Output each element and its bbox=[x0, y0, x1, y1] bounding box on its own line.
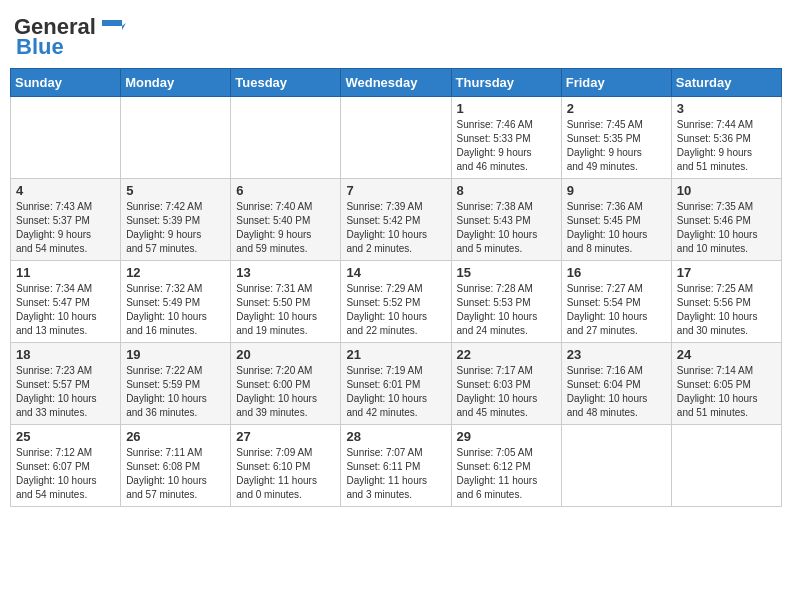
day-info: Sunrise: 7:12 AM Sunset: 6:07 PM Dayligh… bbox=[16, 446, 115, 502]
calendar-week-row: 1Sunrise: 7:46 AM Sunset: 5:33 PM Daylig… bbox=[11, 97, 782, 179]
day-number: 27 bbox=[236, 429, 335, 444]
day-info: Sunrise: 7:23 AM Sunset: 5:57 PM Dayligh… bbox=[16, 364, 115, 420]
calendar-cell: 20Sunrise: 7:20 AM Sunset: 6:00 PM Dayli… bbox=[231, 343, 341, 425]
day-info: Sunrise: 7:45 AM Sunset: 5:35 PM Dayligh… bbox=[567, 118, 666, 174]
calendar-cell: 8Sunrise: 7:38 AM Sunset: 5:43 PM Daylig… bbox=[451, 179, 561, 261]
calendar-day-header: Tuesday bbox=[231, 69, 341, 97]
day-number: 15 bbox=[457, 265, 556, 280]
day-number: 25 bbox=[16, 429, 115, 444]
day-info: Sunrise: 7:31 AM Sunset: 5:50 PM Dayligh… bbox=[236, 282, 335, 338]
calendar-cell: 6Sunrise: 7:40 AM Sunset: 5:40 PM Daylig… bbox=[231, 179, 341, 261]
calendar-cell: 21Sunrise: 7:19 AM Sunset: 6:01 PM Dayli… bbox=[341, 343, 451, 425]
day-number: 9 bbox=[567, 183, 666, 198]
calendar-day-header: Monday bbox=[121, 69, 231, 97]
calendar-header-row: SundayMondayTuesdayWednesdayThursdayFrid… bbox=[11, 69, 782, 97]
calendar-cell: 10Sunrise: 7:35 AM Sunset: 5:46 PM Dayli… bbox=[671, 179, 781, 261]
day-number: 12 bbox=[126, 265, 225, 280]
calendar-cell bbox=[11, 97, 121, 179]
day-info: Sunrise: 7:35 AM Sunset: 5:46 PM Dayligh… bbox=[677, 200, 776, 256]
calendar-cell: 12Sunrise: 7:32 AM Sunset: 5:49 PM Dayli… bbox=[121, 261, 231, 343]
calendar-cell: 17Sunrise: 7:25 AM Sunset: 5:56 PM Dayli… bbox=[671, 261, 781, 343]
calendar-cell bbox=[341, 97, 451, 179]
day-number: 17 bbox=[677, 265, 776, 280]
day-number: 7 bbox=[346, 183, 445, 198]
day-info: Sunrise: 7:22 AM Sunset: 5:59 PM Dayligh… bbox=[126, 364, 225, 420]
calendar-day-header: Wednesday bbox=[341, 69, 451, 97]
calendar-cell: 23Sunrise: 7:16 AM Sunset: 6:04 PM Dayli… bbox=[561, 343, 671, 425]
calendar-cell: 2Sunrise: 7:45 AM Sunset: 5:35 PM Daylig… bbox=[561, 97, 671, 179]
day-info: Sunrise: 7:46 AM Sunset: 5:33 PM Dayligh… bbox=[457, 118, 556, 174]
day-number: 14 bbox=[346, 265, 445, 280]
day-info: Sunrise: 7:14 AM Sunset: 6:05 PM Dayligh… bbox=[677, 364, 776, 420]
calendar-cell: 18Sunrise: 7:23 AM Sunset: 5:57 PM Dayli… bbox=[11, 343, 121, 425]
day-info: Sunrise: 7:27 AM Sunset: 5:54 PM Dayligh… bbox=[567, 282, 666, 338]
calendar-table: SundayMondayTuesdayWednesdayThursdayFrid… bbox=[10, 68, 782, 507]
calendar-cell: 24Sunrise: 7:14 AM Sunset: 6:05 PM Dayli… bbox=[671, 343, 781, 425]
day-number: 6 bbox=[236, 183, 335, 198]
page-header: General Blue bbox=[10, 10, 782, 60]
day-number: 16 bbox=[567, 265, 666, 280]
day-number: 4 bbox=[16, 183, 115, 198]
calendar-cell: 7Sunrise: 7:39 AM Sunset: 5:42 PM Daylig… bbox=[341, 179, 451, 261]
calendar-cell: 29Sunrise: 7:05 AM Sunset: 6:12 PM Dayli… bbox=[451, 425, 561, 507]
day-info: Sunrise: 7:16 AM Sunset: 6:04 PM Dayligh… bbox=[567, 364, 666, 420]
calendar-cell: 5Sunrise: 7:42 AM Sunset: 5:39 PM Daylig… bbox=[121, 179, 231, 261]
day-info: Sunrise: 7:44 AM Sunset: 5:36 PM Dayligh… bbox=[677, 118, 776, 174]
calendar-cell: 14Sunrise: 7:29 AM Sunset: 5:52 PM Dayli… bbox=[341, 261, 451, 343]
logo-blue: Blue bbox=[16, 34, 64, 60]
day-info: Sunrise: 7:05 AM Sunset: 6:12 PM Dayligh… bbox=[457, 446, 556, 502]
day-number: 23 bbox=[567, 347, 666, 362]
day-info: Sunrise: 7:20 AM Sunset: 6:00 PM Dayligh… bbox=[236, 364, 335, 420]
calendar-day-header: Saturday bbox=[671, 69, 781, 97]
calendar-cell: 25Sunrise: 7:12 AM Sunset: 6:07 PM Dayli… bbox=[11, 425, 121, 507]
calendar-cell: 15Sunrise: 7:28 AM Sunset: 5:53 PM Dayli… bbox=[451, 261, 561, 343]
day-number: 5 bbox=[126, 183, 225, 198]
calendar-cell: 27Sunrise: 7:09 AM Sunset: 6:10 PM Dayli… bbox=[231, 425, 341, 507]
day-info: Sunrise: 7:17 AM Sunset: 6:03 PM Dayligh… bbox=[457, 364, 556, 420]
calendar-cell: 19Sunrise: 7:22 AM Sunset: 5:59 PM Dayli… bbox=[121, 343, 231, 425]
calendar-day-header: Friday bbox=[561, 69, 671, 97]
calendar-cell: 22Sunrise: 7:17 AM Sunset: 6:03 PM Dayli… bbox=[451, 343, 561, 425]
calendar-body: 1Sunrise: 7:46 AM Sunset: 5:33 PM Daylig… bbox=[11, 97, 782, 507]
day-number: 18 bbox=[16, 347, 115, 362]
calendar-cell bbox=[121, 97, 231, 179]
day-info: Sunrise: 7:34 AM Sunset: 5:47 PM Dayligh… bbox=[16, 282, 115, 338]
calendar-week-row: 25Sunrise: 7:12 AM Sunset: 6:07 PM Dayli… bbox=[11, 425, 782, 507]
calendar-day-header: Thursday bbox=[451, 69, 561, 97]
day-number: 29 bbox=[457, 429, 556, 444]
calendar-week-row: 18Sunrise: 7:23 AM Sunset: 5:57 PM Dayli… bbox=[11, 343, 782, 425]
calendar-cell: 26Sunrise: 7:11 AM Sunset: 6:08 PM Dayli… bbox=[121, 425, 231, 507]
day-info: Sunrise: 7:43 AM Sunset: 5:37 PM Dayligh… bbox=[16, 200, 115, 256]
logo-arrow-icon bbox=[98, 16, 126, 38]
day-info: Sunrise: 7:42 AM Sunset: 5:39 PM Dayligh… bbox=[126, 200, 225, 256]
calendar-cell bbox=[561, 425, 671, 507]
day-number: 26 bbox=[126, 429, 225, 444]
calendar-cell: 16Sunrise: 7:27 AM Sunset: 5:54 PM Dayli… bbox=[561, 261, 671, 343]
day-number: 3 bbox=[677, 101, 776, 116]
calendar-cell bbox=[231, 97, 341, 179]
day-number: 22 bbox=[457, 347, 556, 362]
calendar-cell: 28Sunrise: 7:07 AM Sunset: 6:11 PM Dayli… bbox=[341, 425, 451, 507]
day-info: Sunrise: 7:29 AM Sunset: 5:52 PM Dayligh… bbox=[346, 282, 445, 338]
day-info: Sunrise: 7:09 AM Sunset: 6:10 PM Dayligh… bbox=[236, 446, 335, 502]
calendar-cell bbox=[671, 425, 781, 507]
day-number: 21 bbox=[346, 347, 445, 362]
calendar-cell: 9Sunrise: 7:36 AM Sunset: 5:45 PM Daylig… bbox=[561, 179, 671, 261]
logo: General Blue bbox=[14, 14, 126, 60]
day-number: 13 bbox=[236, 265, 335, 280]
day-info: Sunrise: 7:40 AM Sunset: 5:40 PM Dayligh… bbox=[236, 200, 335, 256]
day-number: 1 bbox=[457, 101, 556, 116]
day-number: 2 bbox=[567, 101, 666, 116]
calendar-cell: 11Sunrise: 7:34 AM Sunset: 5:47 PM Dayli… bbox=[11, 261, 121, 343]
day-info: Sunrise: 7:28 AM Sunset: 5:53 PM Dayligh… bbox=[457, 282, 556, 338]
day-number: 19 bbox=[126, 347, 225, 362]
day-number: 20 bbox=[236, 347, 335, 362]
day-number: 10 bbox=[677, 183, 776, 198]
day-info: Sunrise: 7:11 AM Sunset: 6:08 PM Dayligh… bbox=[126, 446, 225, 502]
calendar-week-row: 11Sunrise: 7:34 AM Sunset: 5:47 PM Dayli… bbox=[11, 261, 782, 343]
day-number: 11 bbox=[16, 265, 115, 280]
calendar-week-row: 4Sunrise: 7:43 AM Sunset: 5:37 PM Daylig… bbox=[11, 179, 782, 261]
day-info: Sunrise: 7:36 AM Sunset: 5:45 PM Dayligh… bbox=[567, 200, 666, 256]
calendar-cell: 4Sunrise: 7:43 AM Sunset: 5:37 PM Daylig… bbox=[11, 179, 121, 261]
day-number: 24 bbox=[677, 347, 776, 362]
